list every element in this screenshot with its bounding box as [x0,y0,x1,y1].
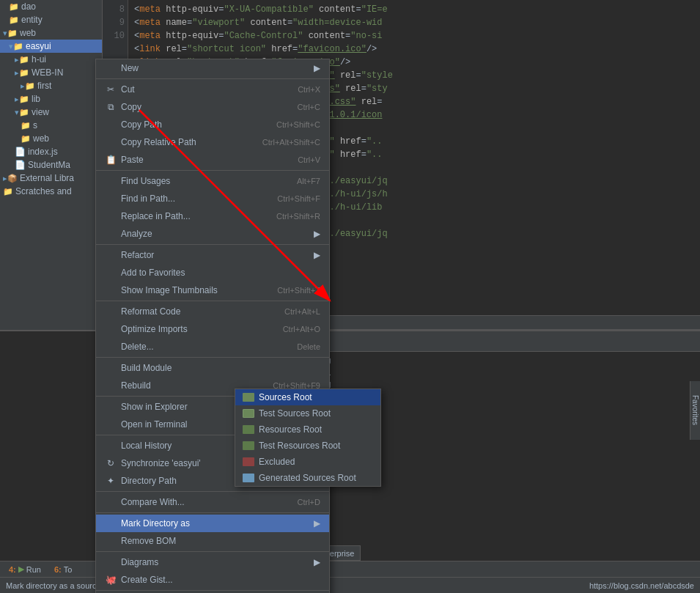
cut-icon: ✂ [105,84,117,95]
menu-diagrams[interactable]: Diagrams ▶ [96,553,329,571]
submenu-sources-root[interactable]: Sources Root [235,389,380,405]
tab-run[interactable]: 4: ▶ Run [3,563,47,575]
find-path-icon [105,193,117,205]
tree-item-dao[interactable]: 📁 dao [0,0,102,13]
separator-5 [96,357,329,358]
menu-optimize-imports[interactable]: Optimize Imports Ctrl+Alt+O [96,320,329,338]
submenu-test-resources[interactable]: Test Resources Root [235,438,380,454]
menu-analyze[interactable]: Analyze ▶ [96,225,329,243]
menu-copy-relative-path[interactable]: Copy Relative Path Ctrl+Alt+Shift+C [96,133,329,151]
sources-root-icon [243,393,254,402]
tree-item-first[interactable]: ▸📁 first [0,79,102,92]
separator-2 [96,170,329,171]
tree-item-student[interactable]: 📄 StudentMa [0,158,102,172]
delete-icon [105,341,117,353]
menu-mark-directory[interactable]: Mark Directory as ▶ [96,515,329,532]
menu-paste[interactable]: 📋Paste Ctrl+V [96,151,329,169]
tree-item-view[interactable]: ▾📁 view [0,106,102,119]
menu-remove-bom[interactable]: Remove BOM [96,532,329,550]
generated-icon [243,474,254,482]
menu-add-favorites[interactable]: Add to Favorites [96,264,329,281]
refactor-icon [105,249,117,261]
log-tab-label: To [64,565,73,574]
tree-item-web2[interactable]: 📁 web [0,132,102,145]
tree-item-s[interactable]: 📁 s [0,119,102,132]
tab-tomcat-log[interactable]: 6: To [48,564,78,575]
test-sources-icon [243,409,254,418]
copy-rel-icon [105,136,117,148]
image-icon [105,284,117,296]
compare-icon [105,496,117,508]
copy-path-icon [105,119,117,130]
menu-image-thumbnails[interactable]: Show Image Thumbnails Ctrl+Shift+T [96,281,329,299]
tree-item-lib[interactable]: ▸📁 lib [0,92,102,106]
menu-cut[interactable]: ✂Cut Ctrl+X [96,81,329,98]
menu-copy-path[interactable]: Copy Path Ctrl+Shift+C [96,116,329,133]
reformat-icon [105,306,117,317]
tree-item-scratches[interactable]: 📁 Scratches and [0,185,102,198]
run-tab-label: Run [26,565,41,574]
find-icon [105,175,117,187]
analyze-icon [105,228,117,240]
tree-item-web-in[interactable]: ▸📁 WEB-IN [0,66,102,79]
mark-icon [105,518,117,529]
history-icon [105,440,117,452]
menu-copy[interactable]: ⧉Copy Ctrl+C [96,98,329,116]
menu-refactor[interactable]: Refactor ▶ [96,246,329,264]
resources-icon [243,425,254,434]
tree-item-index[interactable]: 📄 index.js [0,145,102,158]
menu-reformat[interactable]: Reformat Code Ctrl+Alt+L [96,303,329,320]
tree-item-h-ui[interactable]: ▸📁 h-ui [0,53,102,66]
build-icon [105,362,117,374]
new-icon [105,62,117,74]
diagrams-icon [105,556,117,568]
terminal-icon [105,419,117,430]
menu-compare-with[interactable]: Compare With... Ctrl+D [96,493,329,511]
separator-8 [96,491,329,492]
rebuild-icon [105,380,117,391]
bom-icon [105,535,117,547]
run-tab-icon: ▶ [18,564,24,574]
menu-new[interactable]: New ▶ [96,59,329,77]
separator-3 [96,244,329,245]
separator-1 [96,78,329,79]
tree-item-easyui[interactable]: ▾📁 easyui [0,40,102,53]
tree-item-web[interactable]: ▾📁 web [0,26,102,40]
status-right-url: https://blog.csdn.net/abcdsde [589,581,694,590]
paste-icon: 📋 [105,154,117,166]
separator-4 [96,301,329,301]
optimize-icon [105,323,117,335]
excluded-icon [243,457,254,466]
menu-create-gist[interactable]: 🐙Create Gist... [96,571,329,589]
menu-find-usages[interactable]: Find Usages Alt+F7 [96,172,329,190]
copy-icon: ⧉ [105,101,117,113]
tree-item-entity[interactable]: 📁 entity [0,13,102,26]
sync-icon: ↻ [105,457,117,469]
menu-build-module[interactable]: Build Module [96,359,329,377]
dir-icon: ✦ [105,475,117,487]
submenu-generated[interactable]: Generated Sources Root [235,470,380,486]
test-resources-icon [243,441,254,450]
replace-icon [105,210,117,222]
separator-10 [96,551,329,552]
menu-replace-in-path[interactable]: Replace in Path... Ctrl+Shift+R [96,207,329,225]
favorites-tab[interactable]: Favorites [690,381,700,440]
separator-9 [96,512,329,513]
gist-icon: 🐙 [105,574,117,586]
context-menu: New ▶ ✂Cut Ctrl+X ⧉Copy Ctrl+C Copy Path… [95,59,330,593]
submenu-mark-directory: Sources Root Test Sources Root Resources… [235,388,381,487]
submenu-excluded[interactable]: Excluded [235,454,380,470]
menu-find-in-path[interactable]: Find in Path... Ctrl+Shift+F [96,190,329,207]
tree-item-external[interactable]: ▸📦 External Libra [0,172,102,185]
submenu-test-sources[interactable]: Test Sources Root [235,405,380,421]
explorer-icon [105,401,117,413]
favorites-icon [105,267,117,279]
separator-11 [96,590,329,591]
submenu-resources[interactable]: Resources Root [235,421,380,438]
menu-delete[interactable]: Delete... Delete [96,338,329,356]
